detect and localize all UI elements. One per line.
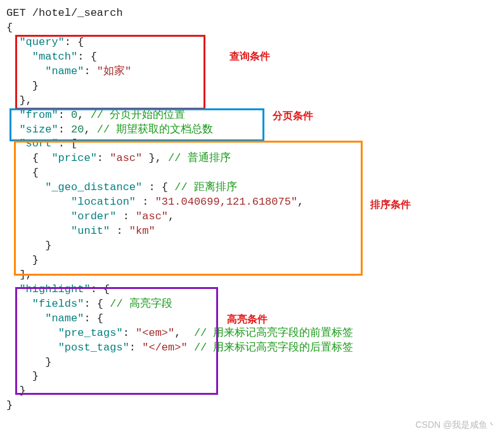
http-method: GET [6,7,26,19]
highlight-label: 高亮条件 [227,312,268,326]
sort-label: 排序条件 [370,198,411,212]
page-label: 分页条件 [273,109,313,123]
watermark: CSDN @我是咸鱼丶 [415,419,496,431]
code-block: GET /hotel/_search { "query": { "match":… [6,6,504,413]
request-path: /hotel/_search [32,7,123,19]
query-label: 查询条件 [229,49,270,63]
request-line: GET /hotel/_search [6,6,504,21]
